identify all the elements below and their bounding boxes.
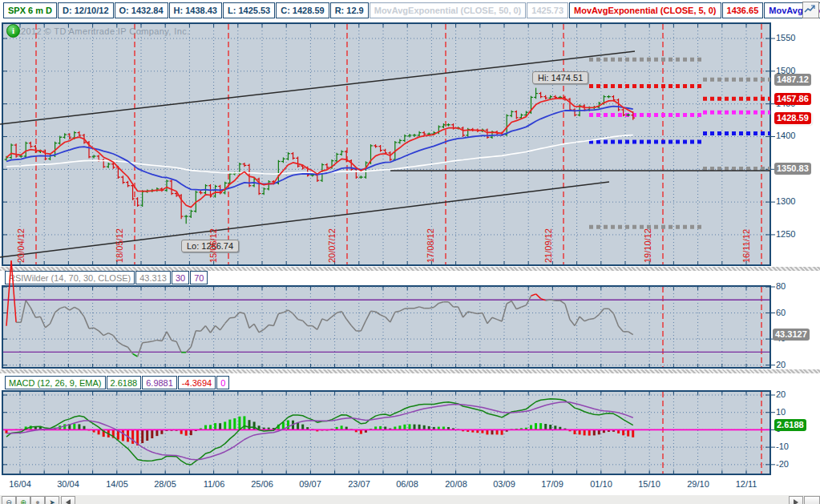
macd-zero-value: 0 [216, 376, 229, 389]
vline-date-label: 17/08/12 [426, 228, 435, 263]
vline-date-label: 20/07/12 [327, 228, 337, 263]
price-axis-label: 1300 [776, 196, 795, 206]
study-ema50-label[interactable]: MovAvgExponential (CLOSE, 50, 0) [370, 2, 527, 18]
x-axis-label: 03/09 [493, 479, 515, 489]
open-cell: O: 1432.84 [115, 2, 168, 18]
vline-date-label: 19/10/12 [643, 228, 652, 263]
price-axis-label: 1550 [776, 33, 795, 42]
high-cell: H: 1438.43 [169, 2, 222, 18]
rsi-oversold-value: 30 [172, 271, 189, 284]
x-axis-label: 01/10 [590, 479, 612, 489]
symbol-cell[interactable]: SPX 6 m D [3, 2, 57, 18]
chart-header: SPX 6 m D D: 12/10/12 O: 1432.84 H: 1438… [3, 2, 820, 18]
price-axis-label: 1400 [776, 131, 795, 140]
info-icon[interactable]: i [6, 24, 20, 38]
vline-date-label: 18/05/12 [115, 228, 124, 263]
rsi-axis-label: 60 [776, 308, 786, 317]
study-ema50-value: 1425.73 [527, 2, 568, 18]
x-axis-label: 09/07 [299, 479, 321, 489]
bottom-toolbar [0, 495, 820, 504]
price-bubble: 1457.86 [774, 93, 811, 105]
x-axis-label: 11/06 [204, 479, 225, 489]
macd-panel[interactable] [2, 390, 771, 475]
rsi-panel[interactable] [2, 285, 771, 369]
range-cell: R: 12.9 [330, 2, 369, 18]
rsi-axis-label: 20 [776, 360, 786, 369]
scroll-left-button[interactable] [61, 496, 75, 504]
vline-date-label: 21/09/12 [543, 228, 553, 263]
pointer-button[interactable]: ➤ [45, 496, 59, 504]
macd-signal-value: 6.9881 [142, 376, 177, 389]
rsi-title[interactable]: RSIWilder (14, 70, 30, CLOSE) [5, 271, 135, 284]
chart-style-button[interactable] [802, 2, 819, 18]
x-axis-label: 30/04 [57, 479, 79, 489]
x-axis-label: 25/06 [251, 479, 273, 489]
macd-axis-label: 20 [776, 389, 786, 399]
rsi-value: 43.313 [135, 271, 171, 284]
macd-axis-label: 10 [776, 407, 786, 417]
chart-style-icon [803, 2, 817, 16]
x-axis-label: 23/07 [348, 479, 370, 489]
copyright-text: 2012 © TD Ameritrade IP Company, Inc. [21, 26, 190, 36]
chart-window: SPX 6 m D D: 12/10/12 O: 1432.84 H: 1438… [0, 0, 820, 504]
x-axis-label: 16/04 [9, 479, 31, 489]
hi-annotation: Hi: 1474.51 [532, 71, 588, 84]
zoom-in-button[interactable]: ⊕ [16, 496, 30, 504]
macd-header: MACD (12, 26, 9, EMA) 2.6188 6.9881 -4.3… [5, 376, 229, 389]
scroll-right-button[interactable] [789, 496, 803, 504]
x-axis-label: 17/09 [541, 479, 563, 489]
macd-hist-value: -4.3694 [178, 376, 216, 389]
vline-date-label: 15/06/12 [208, 228, 218, 263]
x-axis-label: 29/10 [687, 479, 709, 489]
study-ema5-label[interactable]: MovAvgExponential (CLOSE, 5, 0) [569, 2, 721, 18]
x-axis-label: 28/05 [154, 479, 176, 489]
x-axis-label: 20/08 [445, 479, 467, 489]
pan-button[interactable]: ● [30, 496, 45, 504]
low-cell: L: 1425.53 [223, 2, 275, 18]
macd-axis-label: -20 [776, 459, 789, 469]
panel-splitter[interactable] [0, 369, 820, 373]
close-cell: C: 1428.59 [276, 2, 329, 18]
x-axis-label: 15/10 [638, 479, 660, 489]
date-cell: D: 12/10/12 [58, 2, 113, 18]
macd-value: 2.6188 [107, 376, 142, 389]
vline-date-label: 20/04/12 [16, 228, 26, 263]
price-bubble: 1487.12 [774, 74, 811, 86]
rsi-axis-label: 80 [776, 281, 786, 291]
rsi-value-bubble: 43.3127 [773, 329, 810, 341]
corner-grip[interactable] [804, 496, 820, 504]
price-bubble: 1350.83 [774, 163, 811, 175]
price-axis-label: 1250 [776, 229, 795, 239]
vline-date-label: 16/11/12 [741, 229, 751, 263]
price-bubble: 1428.59 [774, 112, 811, 124]
x-axis-label: 14/05 [106, 479, 128, 489]
rsi-header: RSIWilder (14, 70, 30, CLOSE) 43.313 30 … [5, 271, 208, 284]
zoom-out-button[interactable]: ⊖ [2, 496, 16, 504]
rsi-overbought-value: 70 [190, 271, 208, 284]
x-axis-label: 06/08 [396, 479, 418, 489]
macd-axis-label: -10 [776, 442, 789, 451]
macd-value-bubble: 2.6188 [774, 419, 806, 431]
study-ema5-value: 1436.65 [722, 2, 764, 18]
macd-title[interactable]: MACD (12, 26, 9, EMA) [5, 376, 106, 389]
x-axis-label: 12/11 [736, 479, 757, 489]
